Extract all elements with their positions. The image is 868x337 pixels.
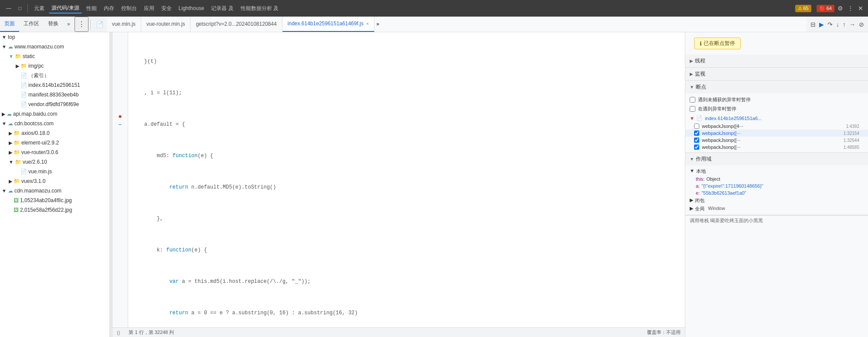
file-tab-close-index[interactable]: × (366, 21, 369, 26)
settings-button[interactable]: ⚙ (836, 3, 844, 13)
code-line-6: }, (132, 215, 681, 223)
file-tree-item-vuex[interactable]: ▶ 📁 vuex/3.1.0 (0, 176, 109, 186)
tab-bar-right: ⊟ ▶ ↷ ↓ ↑ → ⊘ (807, 20, 868, 29)
resume-button[interactable]: ▶ (818, 20, 825, 29)
file-tree-label-elementui: element-ui/2.9.2 (21, 140, 59, 146)
bp-line-4: webpackJsonp([··· 1:48585 (685, 144, 868, 151)
file-tree-item-maomaozu[interactable]: ▼ ☁ www.maomaozu.com (0, 42, 109, 52)
breakpoints-header[interactable]: ▼ 断点 (685, 81, 868, 93)
file-tab-index[interactable]: index.614b1e2596151a61469f.js × (283, 17, 375, 32)
more-tabs-btn[interactable]: » (374, 21, 381, 27)
tab-application[interactable]: 应用 (141, 4, 157, 13)
file-tree-item-bootcss[interactable]: ▼ ☁ cdn.bootcss.com (0, 119, 109, 128)
scope-closure-label: 闭包 (695, 197, 705, 204)
file-tree-item-vue[interactable]: ▼ 📁 vue/2.6.10 (0, 157, 109, 167)
file-tree-item-elementui[interactable]: ▶ 📁 element-ui/2.9.2 (0, 138, 109, 148)
bp-file-icon: 📄 (696, 115, 702, 121)
file-tree-label-cdn-maomaozu: cdn.maomaozu.com (14, 188, 61, 194)
bp-1-text: webpackJsonp([4··· (702, 124, 743, 129)
expand-icon-vue: ▼ (9, 159, 14, 165)
nav-more-button[interactable]: ⋮ (75, 17, 89, 32)
file-tree-item-img1[interactable]: ▶ 🖼 1,05234ab20a4f8c.jpg (0, 196, 109, 205)
bp-3-checkbox[interactable] (694, 138, 699, 143)
more-options-button[interactable]: ⋮ (846, 3, 855, 13)
code-line-4: md5: function(e) { (132, 152, 681, 160)
file-tree-item-img2[interactable]: ▶ 🖼 2,015e58a2f56d22.jpg (0, 205, 109, 215)
bp-exception-check[interactable]: 在遇到异常时暂停 (685, 104, 868, 113)
bp-uncaught-checkbox[interactable] (690, 97, 695, 103)
code-line-5: return n.default.MD5(e).toString() (132, 183, 681, 191)
file-tree-label-imgpc: img/pc (28, 63, 44, 69)
scope-local-header[interactable]: ▼ 本地 (685, 167, 868, 175)
file-tree-item-axios[interactable]: ▶ 📁 axios/0.18.0 (0, 128, 109, 138)
nav-tab-page[interactable]: 页面 (0, 17, 19, 32)
bp-uncaught-check[interactable]: 遇到未捕获的异常时暂停 (685, 95, 868, 104)
bp-2-checkbox[interactable] (694, 131, 699, 136)
close-devtools-button[interactable]: ✕ (857, 3, 865, 13)
file-tree-item-index-js[interactable]: ▶ 📄 index.614b1e2596151 (0, 80, 109, 90)
code-content: }(t) , i = l(11); a.default = { md5: fun… (128, 32, 685, 327)
tab-performance[interactable]: 性能 (84, 4, 99, 13)
tab-console[interactable]: 控制台 (119, 4, 140, 13)
tab-lighthouse[interactable]: Lighthouse (176, 4, 207, 12)
deactivate-breakpoints[interactable]: ⊘ (858, 20, 865, 29)
bp-line-2: webpackJsonp([··· 1:32154 (685, 130, 868, 137)
scope-e: e: "55b3b62613aef1a0" (685, 189, 868, 196)
file-tab-getscript[interactable]: getscript?v=2.0...20240108120844 (191, 17, 282, 32)
file-tab-vue[interactable]: vue.min.js (107, 17, 141, 32)
expand-icon-bootcss: ▼ (2, 121, 7, 126)
sidebar-toggle[interactable]: ⊟ (809, 20, 817, 29)
bp-arrow-icon: ▼ (690, 85, 694, 89)
top-toolbar: — □ 元素 源代码/来源 性能 内存 控制台 应用 安全 Lighthouse… (0, 0, 868, 17)
bp-file-item: ▼ 📄 index.614b1e2596151a6... (685, 113, 868, 123)
file-icon-html: 📄 (20, 72, 27, 79)
file-tree-item-manifest[interactable]: ▶ 📄 manifest.88363eeb4b (0, 90, 109, 100)
bp-1-checkbox[interactable] (694, 124, 699, 129)
step-into-button[interactable]: ↓ (835, 20, 841, 29)
file-tree-item-baidu[interactable]: ▶ ☁ api.map.baidu.com (0, 109, 109, 119)
bp-exception-checkbox[interactable] (690, 106, 695, 112)
step-button[interactable]: → (848, 20, 857, 29)
tab-recorder[interactable]: 记录器 及 (208, 4, 236, 13)
step-out-button[interactable]: ↑ (841, 20, 847, 29)
folder-icon-vue: 📁 (15, 159, 21, 165)
scope-header[interactable]: ▼ 作用域 (685, 153, 868, 165)
monitor-header[interactable]: ▶ 监视 (685, 68, 868, 80)
file-tab-vuerouter[interactable]: vue-router.min.js (141, 17, 191, 32)
gutter-line-21 (112, 191, 128, 199)
bp-3-loc: 1:32544 (844, 138, 859, 143)
monitor-arrow-icon: ▶ (690, 72, 693, 76)
tab-elements[interactable]: 元素 (31, 4, 47, 13)
nav-tab-more[interactable]: » (63, 17, 75, 32)
bp-4-checkbox[interactable] (694, 144, 699, 150)
tab-sources[interactable]: 源代码/来源 (49, 3, 82, 14)
scope-global-header[interactable]: ▶ 全局 Window (685, 205, 868, 213)
cursor-icon: {} (117, 330, 120, 335)
thread-header[interactable]: ▶ 线程 (685, 55, 868, 67)
gutter-breakpoint-11: ● (112, 113, 128, 120)
step-over-button[interactable]: ↷ (826, 20, 834, 29)
tab-security[interactable]: 安全 (159, 4, 174, 13)
file-tree-item-vueminjs[interactable]: ▶ 📄 vue.min.js (0, 167, 109, 176)
gutter-line-9 (112, 97, 128, 105)
file-tree-item-vuerouter[interactable]: ▶ 📁 vue-router/3.0.6 (0, 148, 109, 157)
nav-tab-replace[interactable]: 替换 (44, 17, 63, 32)
tab-perf-insights[interactable]: 性能数据分析 及 (238, 4, 281, 13)
paused-badge: ℹ 已在断点暂停 (694, 38, 741, 49)
window-maximize[interactable]: □ (16, 4, 24, 12)
file-tree-item-index-html[interactable]: ▶ 📄 （索引） (0, 71, 109, 80)
img-icon-2: 🖼 (14, 207, 19, 213)
expand-icon-baidu: ▶ (2, 111, 5, 117)
nav-tab-workspace[interactable]: 工作区 (19, 17, 44, 32)
scope-closure-header[interactable]: ▶ 闭包 (685, 196, 868, 205)
file-tree-item-top[interactable]: ▼ top (0, 32, 109, 42)
file-tree-item-static[interactable]: ▼ 📁 static (0, 52, 109, 61)
tab-memory[interactable]: 内存 (101, 4, 117, 13)
file-tab-label-getscript: getscript?v=2.0...20240108120844 (196, 21, 276, 27)
window-minimize[interactable]: — (3, 4, 14, 12)
file-tree-item-imgpc[interactable]: ▶ 📁 img/pc (0, 61, 109, 71)
file-tree-item-vendor[interactable]: ▶ 📄 vendor.df9dfd796f69e (0, 100, 109, 109)
error-badge[interactable]: 🔴 64 (817, 5, 834, 12)
file-tree-item-cdn-maomaozu[interactable]: ▼ ☁ cdn.maomaozu.com (0, 186, 109, 196)
warning-badge[interactable]: ⚠ 65 (795, 5, 811, 12)
